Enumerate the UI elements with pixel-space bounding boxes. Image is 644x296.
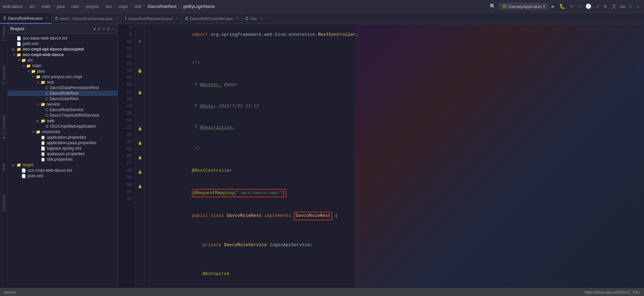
debug-button[interactable]: 🐛 [558, 3, 567, 10]
tab-close[interactable]: ✕ [45, 16, 48, 20]
tree-item-rest[interactable]: ▼ 📁 rest [8, 80, 117, 85]
tree-item-pkg[interactable]: ▼ 📁 com.yonyou.occ.cmpt [8, 74, 117, 80]
panel-minimize-icon[interactable]: − [112, 27, 115, 32]
tab-davcoRoleRepository[interactable]: I DavcoRoleRepository.java ✕ [122, 13, 182, 24]
tree-item-rolerest[interactable]: C DavcoRoleRest [8, 91, 117, 96]
top-bar: web-davco › src › main › java › com › yo… [0, 0, 644, 13]
structure-label[interactable]: 2: Structure [2, 65, 6, 84]
profile-button[interactable]: ⚡ [577, 3, 582, 10]
breadcrumb-main[interactable]: main [41, 4, 50, 9]
code-line-15: @RestController [149, 160, 634, 181]
tab-close5[interactable]: ✕ [260, 17, 262, 20]
web-label[interactable]: Web [2, 163, 6, 171]
breadcrumb-occ[interactable]: occ [106, 4, 112, 9]
tab-davcoRoleRest[interactable]: C DavcoRoleRest.java ✕ [0, 13, 52, 24]
code-container[interactable]: 8 9 10 11 12 13 14 15 16 17 18 19 20 21 … [118, 24, 644, 288]
tree-item-roleservice[interactable]: C DavcoRoleService [8, 107, 117, 113]
tree-item-logback[interactable]: 📄 logback-spring.xml [8, 146, 117, 151]
tab-dav[interactable]: C Dav ✕ [242, 13, 266, 24]
favorites-label[interactable]: ★ 2: Favorites [1, 115, 6, 140]
coverage-button[interactable]: ☂ [569, 3, 574, 10]
tree-item-userrest[interactable]: C DavcoUserRest [8, 96, 117, 102]
tree-item-webdavco[interactable]: ▼ 📁 occ-cmpt-web-davco [8, 52, 117, 57]
tab-davcoRoleService[interactable]: C base\...\DavcoRoleService.java ✕ [52, 13, 122, 24]
project-label[interactable]: 1: Project [2, 25, 6, 41]
existence-label[interactable]: Existence [2, 194, 6, 211]
tab-icon-c4: C [246, 16, 249, 21]
breadcrumb-method[interactable]: getByLoginName [183, 4, 215, 9]
tree-item-pom2[interactable]: 📄 pom.xml [8, 173, 117, 179]
code-line-17: public class DavcoRoleRest implements Da… [149, 204, 634, 227]
code-line-16: @RequestMapping("/api/davco/cmpt") [149, 182, 634, 204]
file-tree: 📄 occ-base-web-davco.iml 📄 pom.xml ▶ 📁 o… [8, 34, 117, 288]
project-panel: Project ▾ ⊕ ≡ ⚙ − 📄 occ-base-web-davco.i… [8, 24, 118, 288]
folder-icon6: 📁 [36, 75, 41, 79]
tree-item-decoupled[interactable]: ▶ 📁 occ-cmpt-api-davco-decoupled [8, 46, 117, 52]
xml-icon2: 📄 [41, 146, 45, 151]
run-button[interactable]: ▶ [550, 3, 556, 10]
tree-item-java[interactable]: ▼ 📁 java [8, 68, 117, 74]
git-check2[interactable]: ✓ [636, 3, 641, 10]
xml-icon: 📄 [17, 42, 21, 46]
tab-close2[interactable]: ✕ [115, 17, 118, 20]
breadcrumb-web-davco[interactable]: web-davco [3, 4, 23, 9]
status-url: https://blog.csdn.net/GDUT_Trim [585, 290, 640, 294]
java-icon: C [45, 86, 48, 90]
panel-sync-icon[interactable]: ⊕ [98, 26, 101, 32]
tab-label: DavcoRoleRest.java [8, 16, 43, 20]
main-layout: 1: Project 2: Structure ★ 2: Favorites W… [0, 24, 644, 288]
tree-item-resources[interactable]: ▼ 📁 resources [8, 129, 117, 135]
tree-item-tmplservice[interactable]: C DavcoTmplAuthRelService [8, 113, 117, 118]
tree-item-sdk[interactable]: 📋 sdk.properties [8, 157, 117, 162]
breadcrumb-rest[interactable]: rest [134, 4, 141, 9]
tree-item-apppaas[interactable]: 📋 application-paas.properties [8, 140, 117, 146]
tree-item-src[interactable]: ▼ 📁 src [8, 57, 117, 63]
breadcrumb-class[interactable]: DavcoRoleRest [148, 4, 176, 9]
breadcrumb-java[interactable]: java [57, 4, 65, 9]
tab-davcoRoleController[interactable]: C DavcoRoleController.java ✕ [182, 13, 242, 24]
tree-item-pom[interactable]: 📄 pom.xml [8, 41, 117, 46]
translate-button[interactable]: 文 [610, 3, 618, 10]
breadcrumb-src[interactable]: src [29, 4, 35, 9]
folder-icon10: 📁 [36, 130, 41, 134]
breadcrumb-yonyou[interactable]: yonyou [86, 4, 99, 9]
tree-item-service-folder[interactable]: ▼ 📁 service [8, 102, 117, 107]
folder-icon: 📁 [17, 47, 21, 52]
folder-icon3: 📁 [21, 58, 26, 63]
props-icon3: 📋 [41, 152, 45, 156]
panel-collapse-icon[interactable]: ≡ [103, 27, 105, 32]
status-left: service [4, 290, 16, 294]
props-icon: 📋 [41, 135, 45, 140]
tab-icon-c2: C [55, 16, 58, 21]
tree-item-web-folder[interactable]: ▶ 📁 web [8, 118, 117, 124]
undo-button[interactable]: ↩ [595, 3, 600, 10]
tree-item-iml[interactable]: 📄 occ-base-web-davco.iml [8, 35, 117, 41]
git-check1[interactable]: ✓ [628, 3, 633, 10]
java-icon4: C [45, 108, 48, 112]
search-icon[interactable]: 🔍 [488, 3, 497, 10]
code-line-9 [149, 45, 634, 53]
tab-close3[interactable]: ✕ [175, 17, 178, 20]
java-icon5: C [45, 113, 48, 117]
breadcrumb-com[interactable]: com [71, 4, 79, 9]
tree-item-main[interactable]: ▼ 📁 main [8, 63, 117, 68]
gutter: ≡ 🔒 🔒 🔒 🔒 🔒 🔒 🔒 [135, 24, 145, 288]
props-icon2: 📋 [41, 141, 45, 145]
tree-item-target[interactable]: ▶ 📁 target [8, 162, 117, 168]
code-line-20 [149, 256, 634, 263]
history-button[interactable]: 🕐 [584, 3, 593, 10]
tree-item-webdavco-iml[interactable]: 📄 occ-cmpt-web-davco.iml [8, 168, 117, 173]
code-text-area[interactable]: import org.springframework.web.bind.anno… [145, 24, 638, 288]
breadcrumb-cmpt[interactable]: cmpt [119, 4, 128, 9]
iml-icon2: 📄 [21, 168, 26, 173]
tree-item-quda[interactable]: 📋 qudaoyun.properties [8, 151, 117, 157]
code-line-22: public void setDavcoTestApiService(Davco… [149, 285, 634, 288]
tree-item-dataperm[interactable]: C DavcoDataPermissionRest [8, 85, 117, 91]
run-config[interactable]: 🌿 GatewayApplication ▾ [499, 3, 548, 10]
panel-settings-icon[interactable]: ⚙ [107, 26, 110, 32]
tab-close4[interactable]: ✕ [236, 17, 238, 20]
code-line-14: */ [149, 139, 634, 160]
window-button[interactable]: ⊞ [603, 3, 608, 10]
tree-item-appprops[interactable]: 📋 application.properties [8, 135, 117, 140]
tree-item-webapp[interactable]: ⚙ OccCmptWebApplication [8, 124, 117, 129]
